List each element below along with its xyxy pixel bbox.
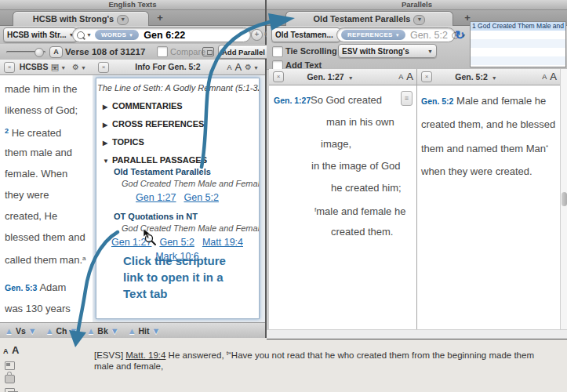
poetry-line: man in his own <box>272 111 415 133</box>
passage-group-title[interactable]: Old Testament Parallels <box>114 167 259 176</box>
scrollbar-thumb[interactable] <box>562 192 567 206</box>
font-decrease-button[interactable]: A <box>3 347 9 355</box>
tab-hcsb-with-strongs[interactable]: HCSB with Strong's▼ <box>13 11 149 26</box>
nav-label: Hit <box>139 326 150 336</box>
parallel-module-select[interactable]: Old Testamen...▼ <box>271 27 340 42</box>
font-increase-button[interactable]: A <box>12 344 19 356</box>
vertical-scrollbar[interactable] <box>560 69 567 329</box>
search-mode-chevron-icon[interactable]: ▼ <box>86 32 92 38</box>
annotation-line: Text tab <box>123 285 226 302</box>
nav-down-triangle[interactable]: ▼ <box>111 326 119 336</box>
scripture-link[interactable]: Gen 1:27 <box>136 192 176 203</box>
reference-field[interactable]: REFERENCES▼ Gen. 5:2 ◷▼ <box>336 27 456 42</box>
nav-label: Bk <box>97 326 107 336</box>
font-size-badge[interactable]: A <box>49 46 63 58</box>
new-tab-button[interactable]: + <box>154 12 166 24</box>
nav-up-triangle[interactable]: ▲ <box>86 326 95 336</box>
close-icon[interactable]: × <box>4 62 15 73</box>
font-decrease-button[interactable]: A <box>542 73 547 81</box>
font-decrease-button[interactable]: A <box>227 64 231 71</box>
font-decrease-button[interactable]: A <box>398 73 403 81</box>
book-icon[interactable]: ▤▼ <box>51 62 69 72</box>
scroll-column-icon[interactable]: ≡ <box>401 91 413 106</box>
disclosure-closed-icon[interactable]: ▶ <box>103 122 112 129</box>
info-pane-title: Info For Gen. 5:2 <box>108 60 227 74</box>
scripture-link[interactable]: Gen 5:2 <box>159 237 194 248</box>
scripture-link[interactable]: Matt 19:4 <box>202 237 243 248</box>
copy-icon[interactable] <box>5 388 15 392</box>
tab-old-testament-parallels[interactable]: Old Testament Parallels▼ <box>285 11 453 26</box>
gear-icon[interactable]: ⚙▼ <box>245 63 262 71</box>
disclosure-open-icon[interactable]: ▼ <box>103 158 112 165</box>
window-titlebar[interactable]: Parallels <box>267 0 567 10</box>
close-icon[interactable]: × <box>98 62 109 73</box>
nav-up-triangle[interactable]: ▲ <box>5 326 13 336</box>
tab-dropdown-icon[interactable]: ▼ <box>117 15 129 25</box>
scripture-link[interactable]: Matt. 19:4 <box>125 350 165 360</box>
scripture-link[interactable]: Gen 1:27 <box>111 237 151 248</box>
disclosure-closed-icon[interactable]: ▶ <box>103 140 112 147</box>
esv-module-select[interactable]: ESV with Strong's▼ <box>338 44 437 58</box>
nav-down-triangle[interactable]: ▼ <box>70 326 78 336</box>
scripture-links: Gen 1:27Gen 5:2 <box>103 190 252 204</box>
gear-icon[interactable]: ⚙▼ <box>72 63 89 71</box>
list-item[interactable] <box>471 65 565 67</box>
tie-scrolling-checkbox[interactable] <box>272 46 283 57</box>
nav-down-triangle[interactable]: ▼ <box>28 326 37 336</box>
info-section-topics[interactable]: ▶TOPICS <box>103 137 259 147</box>
verse-ref[interactable]: Gen. 1:27 <box>274 96 311 105</box>
list-item-selected[interactable]: 1 God Created Them Male and Female <box>471 22 565 31</box>
compare-checkbox[interactable] <box>157 46 168 57</box>
open-in-window-icon[interactable] <box>5 361 15 370</box>
nav-down-triangle[interactable]: ▼ <box>152 326 161 336</box>
info-section-parallel-passages[interactable]: ▼PARALLEL PASSAGES <box>103 155 259 165</box>
search-icon[interactable] <box>77 31 85 39</box>
verse-ref[interactable]: Gen. 5:3 <box>5 283 37 292</box>
bible-text-line: created, He <box>5 205 91 227</box>
close-icon[interactable]: × <box>273 71 284 82</box>
font-increase-button[interactable]: A <box>550 71 557 82</box>
list-item[interactable] <box>471 56 565 65</box>
nav-group-bk: ▲Bk▼ <box>86 326 118 336</box>
info-section-cross-references[interactable]: ▶CROSS REFERENCES <box>103 119 259 129</box>
note-marker[interactable]: a <box>82 255 85 262</box>
close-icon[interactable]: × <box>421 71 432 82</box>
search-input[interactable]: Gen 6:22 <box>144 30 185 41</box>
add-parallel-button[interactable]: Add Parallel▼ <box>218 45 270 59</box>
pane-title[interactable]: Gen. 5:2 ▼ <box>433 69 522 84</box>
list-item[interactable] <box>471 39 565 48</box>
passage-group-title[interactable]: OT Quotations in NT <box>114 212 259 221</box>
list-item[interactable] <box>471 31 565 39</box>
passage-group: Old Testament ParallelsGod Created Them … <box>103 167 259 204</box>
window-titlebar[interactable]: English Texts <box>0 0 265 10</box>
info-section-commentaries[interactable]: ▶COMMENTARIES <box>103 101 259 111</box>
note-marker[interactable]: f <box>314 206 316 213</box>
slider-thumb[interactable] <box>35 48 44 57</box>
refresh-recycle-icon[interactable]: ↻ <box>455 28 465 42</box>
font-increase-button[interactable]: A <box>406 71 413 82</box>
verse-ref[interactable]: Gen. 5:2 <box>421 96 453 106</box>
scripture-link[interactable]: Gen 5:2 <box>184 192 218 203</box>
annotation-line: link to open it in a <box>123 269 226 285</box>
add-search-button[interactable]: + <box>251 29 263 41</box>
search-mode-pill[interactable]: REFERENCES▼ <box>341 30 405 40</box>
nav-group-ch: ▲Ch▼ <box>45 326 78 336</box>
search-toolbar: HCSB with Str...▼ ▼ WORDS▼ Gen 6:22 + ⚙ <box>0 26 265 44</box>
note-marker[interactable]: * <box>546 143 548 151</box>
info-pane-header: × Info For Gen. 5:2 A A ⚙▼ <box>93 60 265 75</box>
search-field[interactable]: ▼ WORDS▼ Gen 6:22 <box>72 27 251 42</box>
instant-details-panel: A A [ESVS] Matt. 19:4 He answered, t“Hav… <box>0 339 567 392</box>
pane-title[interactable]: Gen. 1:27 ▼ <box>285 69 379 84</box>
list-item[interactable] <box>471 48 565 56</box>
font-increase-button[interactable]: A <box>234 61 242 73</box>
text-module-select[interactable]: HCSB with Str...▼ <box>3 27 77 42</box>
reference-input[interactable]: Gen. 5:2 <box>410 30 448 41</box>
nav-up-triangle[interactable]: ▲ <box>45 326 54 336</box>
disclosure-closed-icon[interactable]: ▶ <box>103 103 112 111</box>
search-mode-pill[interactable]: WORDS▼ <box>95 30 139 40</box>
nav-up-triangle[interactable]: ▲ <box>128 326 136 336</box>
verse-number: 2 <box>5 127 9 135</box>
pane-display-icon[interactable] <box>202 47 214 56</box>
tab-dropdown-icon[interactable]: ▼ <box>413 15 425 25</box>
lock-icon[interactable] <box>5 375 15 383</box>
